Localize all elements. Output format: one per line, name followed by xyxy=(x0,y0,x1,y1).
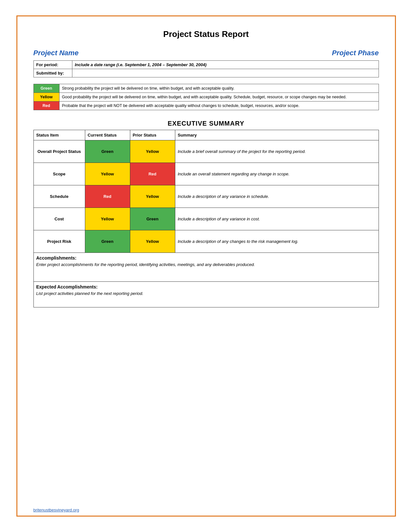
current-status: Yellow xyxy=(85,208,130,230)
status-item: Overall Project Status xyxy=(33,140,85,163)
exec-row: Schedule Red Yellow Include a descriptio… xyxy=(33,185,379,208)
executive-summary-title: EXECUTIVE SUMMARY xyxy=(33,120,379,127)
legend-row: Yellow Good probability the project will… xyxy=(33,93,379,102)
expected-title: Expected Accomplishments: xyxy=(36,284,376,289)
info-value: Include a date range (i.e. September 1, … xyxy=(72,61,379,69)
legend-color-cell: Yellow xyxy=(33,93,59,102)
page-container: Project Status Report Project Name Proje… xyxy=(16,15,396,517)
info-row: Submitted by: xyxy=(33,69,379,77)
exec-row: Overall Project Status Green Yellow Incl… xyxy=(33,140,379,163)
exec-row: Project Risk Green Yellow Include a desc… xyxy=(33,230,379,253)
exec-row: Scope Yellow Red Include an overall stat… xyxy=(33,163,379,185)
prior-status: Yellow xyxy=(130,140,175,163)
exec-col-header: Current Status xyxy=(85,130,130,140)
info-table: For period: Include a date range (i.e. S… xyxy=(33,60,379,77)
current-status: Yellow xyxy=(85,163,130,185)
prior-status: Yellow xyxy=(130,230,175,253)
summary-text: Include a description of any variance in… xyxy=(175,185,379,208)
legend-description: Strong probability the project will be d… xyxy=(59,84,379,93)
status-item: Project Risk xyxy=(33,230,85,253)
expected-text: List project activities planned for the … xyxy=(36,291,376,296)
legend-description: Probable that the project will NOT be de… xyxy=(59,102,379,110)
status-item: Scope xyxy=(33,163,85,185)
info-row: For period: Include a date range (i.e. S… xyxy=(33,61,379,69)
project-phase-label: Project Phase xyxy=(332,49,379,57)
footer-text: britenustbesvineyard.org xyxy=(33,508,79,512)
page-title: Project Status Report xyxy=(33,29,379,39)
exec-table: Status ItemCurrent StatusPrior StatusSum… xyxy=(33,130,379,253)
info-value xyxy=(72,69,379,77)
status-item: Schedule xyxy=(33,185,85,208)
exec-col-header: Summary xyxy=(175,130,379,140)
legend-color-cell: Red xyxy=(33,102,59,110)
prior-status: Red xyxy=(130,163,175,185)
exec-col-header: Status Item xyxy=(33,130,85,140)
project-name-label: Project Name xyxy=(33,49,79,57)
expected-accomplishments-section: Expected Accomplishments: List project a… xyxy=(33,282,379,307)
legend-color-cell: Green xyxy=(33,84,59,93)
project-header: Project Name Project Phase xyxy=(33,49,379,57)
info-label: For period: xyxy=(33,61,72,69)
summary-text: Include a brief overall summary of the p… xyxy=(175,140,379,163)
accomplishments-text: Enter project accomplishments for the re… xyxy=(36,262,376,267)
info-label: Submitted by: xyxy=(33,69,72,77)
prior-status: Green xyxy=(130,208,175,230)
legend-description: Good probability the project will be del… xyxy=(59,93,379,102)
status-item: Cost xyxy=(33,208,85,230)
summary-text: Include a description of any changes to … xyxy=(175,230,379,253)
legend-row: Green Strong probability the project wil… xyxy=(33,84,379,93)
summary-text: Include a description of any variance in… xyxy=(175,208,379,230)
current-status: Red xyxy=(85,185,130,208)
exec-row: Cost Yellow Green Include a description … xyxy=(33,208,379,230)
summary-text: Include an overall statement regarding a… xyxy=(175,163,379,185)
exec-col-header: Prior Status xyxy=(130,130,175,140)
prior-status: Yellow xyxy=(130,185,175,208)
current-status: Green xyxy=(85,140,130,163)
legend-row: Red Probable that the project will NOT b… xyxy=(33,102,379,110)
legend-table: Green Strong probability the project wil… xyxy=(33,84,379,110)
accomplishments-section: Accomplishments: Enter project accomplis… xyxy=(33,253,379,282)
accomplishments-title: Accomplishments: xyxy=(36,255,376,261)
current-status: Green xyxy=(85,230,130,253)
